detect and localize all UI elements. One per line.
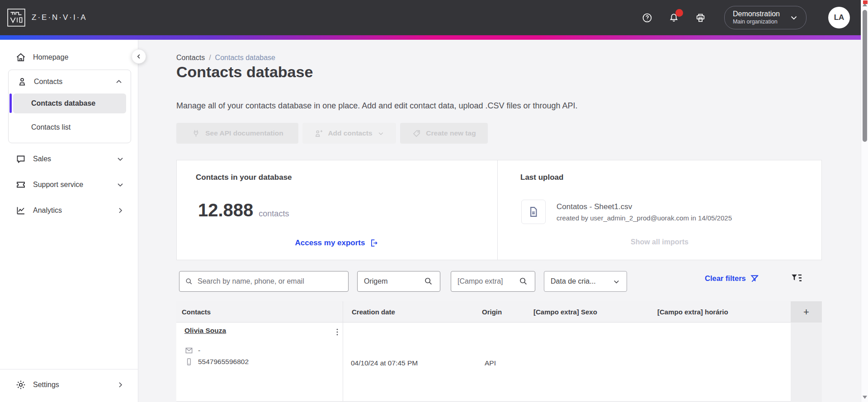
button-label: Add contacts: [328, 129, 372, 137]
breadcrumb-current[interactable]: Contacts database: [215, 54, 275, 62]
active-accent-bar: [9, 93, 12, 113]
contact-phone: 5547965596802: [184, 357, 249, 366]
funnel-lines-icon: [790, 271, 803, 285]
zenvia-logo-icon: [7, 8, 26, 27]
sidebar-item-label: Contacts list: [31, 123, 71, 131]
help-icon: [642, 12, 653, 23]
chevron-right-icon: [116, 380, 125, 389]
brand: Z·E·N·V·I·A: [7, 8, 87, 27]
count-unit: contacts: [259, 209, 289, 219]
show-all-imports-button[interactable]: Show all imports: [631, 238, 689, 246]
campo-extra-filter-input[interactable]: [451, 271, 535, 292]
sidebar-item-label: Contacts database: [31, 99, 95, 108]
phone-value: 5547965596802: [198, 358, 249, 366]
corner-indicator: [863, 0, 868, 4]
table-row: Olivia Souza - 5547965596802: [176, 323, 791, 402]
chat-bubble-icon: [15, 154, 26, 164]
page-subtitle: Manage all of your contacts database in …: [176, 101, 578, 111]
sidebar-item-label: Analytics: [33, 206, 62, 215]
chevron-down-icon: [116, 154, 125, 164]
sidebar-collapse-button[interactable]: [132, 49, 146, 64]
gear-icon: [15, 379, 26, 390]
vertical-scrollbar[interactable]: [861, 0, 868, 402]
chevron-down-icon: [612, 277, 621, 286]
chevron-left-icon: [135, 52, 143, 61]
button-label: See API documentation: [205, 129, 283, 137]
help-button[interactable]: [642, 12, 653, 23]
ticket-icon: [15, 179, 26, 190]
last-upload-card: Last upload Contatos - Sheet1.csv create…: [498, 160, 821, 260]
create-new-tag-button[interactable]: Create new tag: [400, 123, 488, 144]
funnel-slash-icon: [750, 273, 760, 284]
sidebar-item-contacts[interactable]: Contacts: [9, 75, 131, 88]
origem-filter-input[interactable]: [357, 271, 440, 292]
column-header-campo-horario[interactable]: [Campo extra] horário: [657, 301, 728, 323]
envelope-icon: [184, 346, 193, 355]
sidebar-item-analytics[interactable]: Analytics: [0, 204, 138, 217]
printer-icon: [695, 12, 706, 23]
home-icon: [15, 52, 26, 63]
tag-icon: [412, 129, 421, 138]
add-contacts-button[interactable]: Add contacts: [302, 123, 396, 144]
uploaded-file-name: Contatos - Sheet1.csv: [557, 202, 632, 211]
org-switcher[interactable]: Demonstration Main organization: [724, 6, 807, 29]
breadcrumb: Contacts / Contacts database: [176, 54, 275, 62]
notification-dot: [675, 9, 683, 17]
select-label: Data de cria...: [551, 277, 596, 285]
cell-origin: API: [485, 359, 496, 367]
page-title: Contacts database: [176, 63, 313, 81]
add-column-body: [791, 323, 822, 402]
breadcrumb-contacts[interactable]: Contacts: [176, 54, 205, 62]
scroll-down-arrow[interactable]: [863, 396, 867, 399]
chevron-up-icon: [114, 77, 123, 86]
plug-icon: [191, 129, 201, 138]
notifications-button[interactable]: [668, 12, 679, 23]
sidebar-item-support-service[interactable]: Support service: [0, 178, 138, 192]
card-title: Last upload: [520, 173, 563, 182]
row-menu-button[interactable]: [332, 326, 343, 339]
card-title: Contacts in your database: [196, 173, 292, 182]
sidebar-item-label: Settings: [33, 381, 59, 389]
export-icon: [369, 238, 379, 248]
link-label: Access my exports: [295, 238, 365, 248]
show-all-row: Show all imports: [498, 238, 821, 246]
sidebar-item-label: Contacts: [34, 78, 62, 86]
avatar[interactable]: LA: [828, 7, 850, 28]
count-value: 12.888: [198, 200, 253, 220]
search-input[interactable]: [179, 271, 349, 292]
person-icon: [17, 76, 28, 87]
brand-name: Z·E·N·V·I·A: [32, 13, 87, 22]
scrollbar-thumb[interactable]: [863, 10, 867, 142]
sidebar-item-contacts-database[interactable]: Contacts database: [13, 93, 126, 113]
column-header-campo-sexo[interactable]: [Campo extra] Sexo: [533, 301, 597, 323]
sidebar-item-contacts-list[interactable]: Contacts list: [9, 121, 131, 134]
clear-filters-link[interactable]: Clear filters: [705, 273, 760, 284]
add-column-button[interactable]: +: [791, 301, 822, 323]
chart-line-icon: [15, 205, 26, 216]
see-api-documentation-button[interactable]: See API documentation: [176, 123, 298, 144]
contacts-count-card: Contacts in your database 12.888 contact…: [177, 160, 498, 260]
table-header: Contacts Creation date Origin [Campo ext…: [176, 301, 822, 323]
chevron-down-icon: [789, 13, 799, 23]
advanced-filter-button[interactable]: [790, 271, 803, 285]
column-header-contacts[interactable]: Contacts: [182, 301, 211, 323]
org-name: Demonstration: [733, 9, 780, 19]
sidebar-item-sales[interactable]: Sales: [0, 152, 138, 166]
person-plus-icon: [314, 129, 323, 138]
column-header-creation-date[interactable]: Creation date: [352, 301, 395, 323]
creation-date-filter-select[interactable]: Data de cria...: [544, 271, 627, 292]
chevron-right-icon: [116, 206, 125, 215]
document-icon: [527, 206, 540, 218]
sidebar-item-label: Sales: [33, 155, 51, 163]
sidebar-contacts-group: Contacts Contacts database Contacts list: [8, 70, 131, 143]
access-my-exports-link[interactable]: Access my exports: [295, 238, 379, 248]
sidebar-item-label: Support service: [33, 181, 83, 189]
mobile-icon: [184, 357, 193, 366]
uploaded-file-meta: created by user_admin_2_prod@uorak.com i…: [557, 214, 732, 222]
cell-creation-date: 04/10/24 at 07:45 PM: [351, 359, 418, 367]
sidebar-item-homepage[interactable]: Homepage: [0, 51, 138, 64]
sidebar-item-settings[interactable]: Settings: [0, 378, 138, 392]
print-button[interactable]: [695, 12, 706, 23]
column-header-origin[interactable]: Origin: [482, 301, 502, 323]
contact-name-link[interactable]: Olivia Souza: [184, 327, 226, 335]
